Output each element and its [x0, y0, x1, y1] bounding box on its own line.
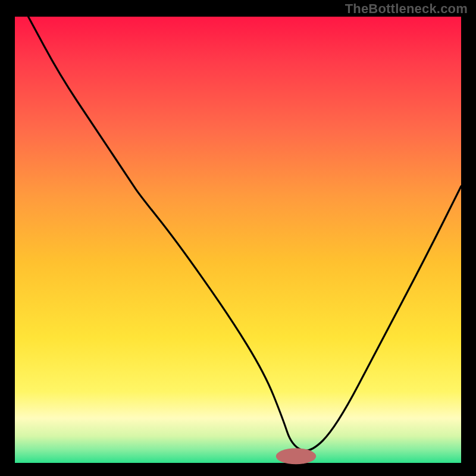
watermark-text: TheBottleneck.com: [345, 1, 468, 17]
chart-frame: TheBottleneck.com: [0, 0, 476, 476]
bottleneck-chart-svg: [0, 0, 476, 476]
optimal-marker: [276, 448, 317, 464]
plot-background: [15, 17, 461, 463]
